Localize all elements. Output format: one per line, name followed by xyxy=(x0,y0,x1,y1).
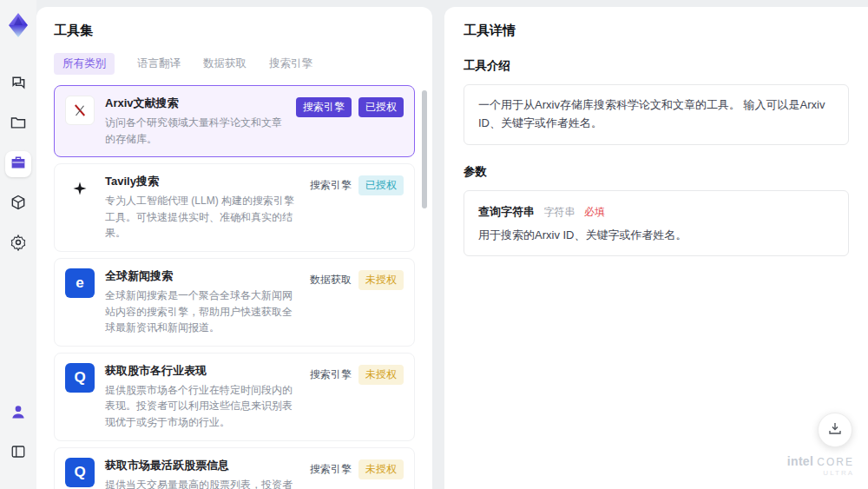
scrollbar[interactable] xyxy=(422,90,427,208)
user-avatar-icon xyxy=(10,403,27,424)
category-tabs: 所有类别语言翻译数据获取搜索引擎 xyxy=(54,53,415,75)
tool-description: 提供股票市场各个行业在特定时间段内的表现。投资者可以利用这些信息来识别表现优于或… xyxy=(105,382,301,431)
download-button[interactable] xyxy=(818,413,852,447)
tavily-star-icon xyxy=(65,174,95,203)
toolset-panel: 工具集 所有类别语言翻译数据获取搜索引擎 Arxiv文献搜索访问各个研究领域大量… xyxy=(36,7,432,489)
tool-info: Arxiv文献搜索访问各个研究领域大量科学论文和文章的存储库。 xyxy=(105,96,296,147)
param-card: 查询字符串 字符串 必填 用于搜索的Arxiv ID、关键字或作者姓名。 xyxy=(464,190,849,256)
tool-description: 访问各个研究领域大量科学论文和文章的存储库。 xyxy=(105,115,287,147)
tool-row[interactable]: Q获取股市各行业表现提供股票市场各个行业在特定时间段内的表现。投资者可以利用这些… xyxy=(54,353,415,441)
param-required-flag: 必填 xyxy=(584,206,605,218)
tool-row[interactable]: Tavily搜索专为人工智能代理 (LLM) 构建的搜索引擎工具。可快速提供实时… xyxy=(54,163,415,252)
tool-detail-panel: 工具详情 工具介绍 一个用于从Arxiv存储库搜索科学论文和文章的工具。 输入可… xyxy=(444,7,868,489)
tool-description: 提供当天交易量最高的股票列表，投资者可以利用这些信息来识别流动性强的股票和潜在的… xyxy=(105,477,301,489)
category-badge: 搜索引擎 xyxy=(310,175,352,195)
sidebar-collapse-toggle[interactable] xyxy=(5,440,31,466)
param-name: 查询字符串 xyxy=(478,205,535,218)
tool-list: Arxiv文献搜索访问各个研究领域大量科学论文和文章的存储库。搜索引擎已授权Ta… xyxy=(54,85,415,480)
tool-description: 全球新闻搜索是一个聚合全球各大新闻网站内容的搜索引擎，帮助用户快速获取全球最新资… xyxy=(105,287,301,336)
tab-3[interactable]: 搜索引擎 xyxy=(269,56,312,71)
tool-name: 获取市场最活跃股票信息 xyxy=(105,458,301,473)
tool-info: 获取市场最活跃股票信息提供当天交易量最高的股票列表，投资者可以利用这些信息来识别… xyxy=(105,458,310,489)
intro-text: 一个用于从Arxiv存储库搜索科学论文和文章的工具。 输入可以是Arxiv ID… xyxy=(464,84,849,145)
category-badge: 搜索引擎 xyxy=(296,97,352,117)
category-badge: 搜索引擎 xyxy=(310,459,352,479)
panel-toggle-icon xyxy=(10,444,26,463)
tool-meta: 搜索引擎已授权 xyxy=(310,174,404,195)
param-type: 字符串 xyxy=(543,206,575,218)
param-header: 查询字符串 字符串 必填 xyxy=(478,203,834,220)
tool-description: 专为人工智能代理 (LLM) 构建的搜索引擎工具。可快速提供实时、准确和真实的结… xyxy=(105,193,301,241)
tool-name: Tavily搜索 xyxy=(105,174,301,189)
stock-search-icon: Q xyxy=(65,458,95,487)
gear-icon xyxy=(10,234,27,254)
tool-meta: 搜索引擎已授权 xyxy=(296,96,404,117)
left-sidebar xyxy=(0,0,36,489)
cube-icon xyxy=(10,194,27,215)
category-badge: 数据获取 xyxy=(310,270,352,290)
tool-info: 获取股市各行业表现提供股票市场各个行业在特定时间段内的表现。投资者可以利用这些信… xyxy=(105,363,310,431)
download-icon xyxy=(827,420,843,439)
tool-row[interactable]: Arxiv文献搜索访问各个研究领域大量科学论文和文章的存储库。搜索引擎已授权 xyxy=(54,85,415,157)
stock-search-icon: Q xyxy=(65,363,95,393)
briefcase-icon xyxy=(10,154,27,175)
category-badge: 搜索引擎 xyxy=(310,365,352,385)
sidebar-item-settings[interactable] xyxy=(5,231,31,257)
intro-heading: 工具介绍 xyxy=(464,58,849,74)
sidebar-item-files[interactable] xyxy=(5,111,31,137)
tab-2[interactable]: 数据获取 xyxy=(203,56,247,71)
tool-meta: 搜索引擎未授权 xyxy=(310,363,404,385)
tool-row[interactable]: Q获取市场最活跃股票信息提供当天交易量最高的股票列表，投资者可以利用这些信息来识… xyxy=(54,447,415,489)
tool-name: 获取股市各行业表现 xyxy=(105,363,301,379)
tool-name: Arxiv文献搜索 xyxy=(105,96,287,111)
news-search-icon: e xyxy=(65,268,95,298)
tool-row[interactable]: e全球新闻搜索全球新闻搜索是一个聚合全球各大新闻网站内容的搜索引擎，帮助用户快速… xyxy=(54,258,415,347)
tool-meta: 数据获取未授权 xyxy=(310,268,404,290)
intel-core-logo: intel CORE ULTRA xyxy=(787,455,854,477)
auth-status-badge: 未授权 xyxy=(358,459,404,479)
sidebar-item-chat[interactable] xyxy=(5,71,31,97)
auth-status-badge: 未授权 xyxy=(358,365,404,385)
tool-name: 全球新闻搜索 xyxy=(105,268,301,284)
sidebar-item-packages[interactable] xyxy=(5,191,31,217)
app-logo-diamond xyxy=(7,12,30,42)
tool-info: 全球新闻搜索全球新闻搜索是一个聚合全球各大新闻网站内容的搜索引擎，帮助用户快速获… xyxy=(105,268,310,336)
tab-all-categories[interactable]: 所有类别 xyxy=(54,53,115,75)
tool-info: Tavily搜索专为人工智能代理 (LLM) 构建的搜索引擎工具。可快速提供实时… xyxy=(105,174,310,241)
param-description: 用于搜索的Arxiv ID、关键字或作者姓名。 xyxy=(478,228,834,243)
sidebar-item-tools[interactable] xyxy=(5,151,31,177)
chat-icon xyxy=(10,74,27,95)
arxiv-logo-icon xyxy=(65,96,95,125)
page-title: 工具集 xyxy=(54,23,415,39)
folder-icon xyxy=(10,114,27,135)
auth-status-badge: 未授权 xyxy=(358,270,404,290)
auth-status-badge: 已授权 xyxy=(358,175,404,195)
sidebar-item-account[interactable] xyxy=(5,400,31,426)
detail-title: 工具详情 xyxy=(464,23,849,39)
params-heading: 参数 xyxy=(464,164,849,180)
tab-1[interactable]: 语言翻译 xyxy=(137,56,181,71)
auth-status-badge: 已授权 xyxy=(358,97,404,117)
tool-meta: 搜索引擎未授权 xyxy=(310,458,404,479)
